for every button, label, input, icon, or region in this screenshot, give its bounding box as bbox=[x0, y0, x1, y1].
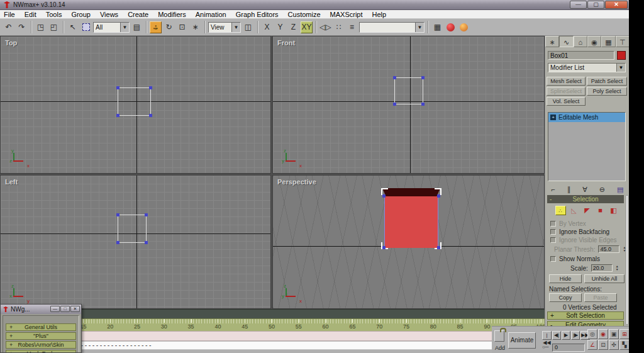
vertex-dot[interactable] bbox=[382, 194, 386, 198]
region-zoom-icon[interactable]: ⊡ bbox=[598, 340, 608, 350]
track-view-icon[interactable]: ▦ bbox=[431, 21, 443, 33]
vertex-dot[interactable] bbox=[393, 76, 396, 79]
show-normals-checkbox-row[interactable]: Show Normals bbox=[550, 255, 600, 262]
mesh-select-button[interactable]: Mesh Select bbox=[547, 77, 586, 86]
vertex-dot[interactable] bbox=[116, 213, 119, 216]
tab-display-icon[interactable]: ▦ bbox=[601, 36, 615, 47]
selection-rollout-header[interactable]: - Selection bbox=[547, 195, 624, 203]
restrict-y-button[interactable]: Y bbox=[274, 21, 286, 33]
make-unique-icon[interactable]: ∀ bbox=[582, 186, 587, 194]
undo-icon[interactable]: ↶ bbox=[3, 21, 14, 33]
subobject-face-icon[interactable]: ◤ bbox=[582, 206, 592, 215]
vertex-dot[interactable] bbox=[149, 86, 152, 89]
menu-graph-editors[interactable]: Graph Editors bbox=[236, 11, 279, 18]
vertex-dot[interactable] bbox=[437, 194, 440, 198]
select-and-scale-icon[interactable]: ⊡ bbox=[176, 21, 188, 33]
command-panel-scrollbar[interactable] bbox=[626, 195, 628, 325]
scale-field[interactable]: 20.0 bbox=[591, 264, 613, 272]
select-and-rotate-icon[interactable]: ↻ bbox=[163, 21, 175, 33]
current-frame-field[interactable]: 0 bbox=[552, 344, 585, 352]
align-icon[interactable]: ≡ bbox=[346, 21, 358, 33]
vertex-dot[interactable] bbox=[116, 241, 119, 244]
vertex-dot[interactable] bbox=[382, 246, 386, 249]
pin-stack-icon[interactable]: ⌐ bbox=[551, 186, 555, 193]
unlink-selection-icon[interactable]: ◰ bbox=[48, 21, 60, 33]
zoom-extents-icon[interactable]: ▣ bbox=[609, 329, 619, 339]
spinner-icon[interactable]: ▲▼ bbox=[616, 265, 619, 271]
select-and-move-icon[interactable]: ↔↕ bbox=[150, 21, 162, 33]
redo-icon[interactable]: ↷ bbox=[16, 21, 28, 33]
normals-scale-row[interactable]: Scale: 20.0 ▲▼ bbox=[570, 264, 619, 272]
mirror-icon[interactable]: ◁▷ bbox=[319, 21, 331, 33]
select-and-link-icon[interactable]: ◳ bbox=[35, 21, 47, 33]
vertex-dot[interactable] bbox=[149, 114, 152, 117]
close-button[interactable]: ✕ bbox=[605, 1, 628, 9]
nwgmax-window[interactable]: NWg... — □ ✕ +General Utils+"Plus"+Robes… bbox=[0, 304, 82, 353]
tab-modify-icon[interactable]: ∿ bbox=[559, 36, 573, 47]
nwgmax-maximize-button[interactable]: □ bbox=[60, 306, 70, 312]
box-shaded[interactable] bbox=[381, 188, 441, 249]
nwgmax-minimize-button[interactable]: — bbox=[50, 306, 60, 312]
menu-edit[interactable]: Edit bbox=[25, 11, 36, 18]
menu-group[interactable]: Group bbox=[71, 11, 91, 18]
render-scene-icon[interactable] bbox=[445, 21, 457, 33]
vertex-dot[interactable] bbox=[437, 246, 440, 249]
modifier-stack[interactable]: +Editable Mesh bbox=[548, 112, 626, 181]
object-color-swatch[interactable] bbox=[617, 51, 626, 60]
restrict-x-button[interactable]: X bbox=[261, 21, 273, 33]
nwgmax-rollout-robes-armor-skin[interactable]: +Robes\Armor\Skin bbox=[6, 341, 76, 349]
box-wireframe[interactable] bbox=[394, 77, 423, 104]
expand-icon[interactable]: + bbox=[550, 312, 554, 319]
nwgmax-rollout-mesh-tools[interactable]: +Mesh Tools bbox=[6, 350, 76, 353]
poly-select-button[interactable]: Poly Select bbox=[587, 87, 627, 96]
expand-icon[interactable]: + bbox=[550, 115, 556, 120]
ignore-backfacing-checkbox-row[interactable]: Ignore Backfacing bbox=[550, 228, 609, 235]
vertex-dot[interactable] bbox=[145, 241, 148, 244]
checkbox[interactable] bbox=[550, 256, 556, 262]
box-wireframe[interactable] bbox=[118, 87, 151, 116]
selection-filter-dropdown[interactable]: All ▼ bbox=[93, 22, 130, 33]
show-end-result-icon[interactable]: ∥ bbox=[567, 186, 571, 194]
remove-modifier-icon[interactable]: ⊖ bbox=[599, 186, 605, 194]
edit-geometry-rollout-header[interactable]: - Edit Geometry bbox=[547, 321, 624, 326]
zoom-extents-all-icon[interactable]: ⊞ bbox=[619, 329, 629, 339]
menu-modifiers[interactable]: Modifiers bbox=[158, 11, 186, 18]
collapse-icon[interactable]: - bbox=[550, 322, 552, 326]
vol-select-button[interactable]: Vol. Select bbox=[547, 97, 586, 106]
soft-selection-rollout-header[interactable]: + Soft Selection bbox=[547, 311, 624, 320]
viewport-left[interactable]: Left z y x bbox=[0, 175, 271, 309]
select-and-manipulate-icon[interactable]: ∗ bbox=[189, 21, 201, 33]
subobject-vertex-icon[interactable]: ∴ bbox=[555, 206, 566, 215]
pan-icon[interactable]: ✣ bbox=[609, 340, 619, 350]
play-animation-icon[interactable]: ▶ bbox=[562, 331, 570, 340]
nwgmax-rollout--plus-[interactable]: +"Plus" bbox=[6, 332, 76, 340]
field-of-view-icon[interactable]: ∠ bbox=[587, 340, 597, 350]
zoom-all-icon[interactable]: ◉ bbox=[598, 329, 608, 339]
key-mode-icon[interactable]: ○─ bbox=[542, 344, 550, 350]
selection-lock-icon[interactable] bbox=[494, 330, 504, 342]
maximize-button[interactable]: ▢ bbox=[587, 1, 604, 9]
restrict-xy-plane-button[interactable]: XY bbox=[301, 21, 313, 33]
viewport-front[interactable]: Front z x y bbox=[272, 36, 545, 174]
vertex-dot[interactable] bbox=[421, 76, 425, 79]
expand-icon[interactable]: + bbox=[9, 333, 13, 339]
reference-coordinate-dropdown[interactable]: View ▼ bbox=[208, 22, 241, 33]
tab-create-icon[interactable]: ∗ bbox=[545, 36, 559, 47]
vertex-dot[interactable] bbox=[116, 114, 119, 117]
tab-utilities-icon[interactable]: ⊤ bbox=[616, 36, 629, 47]
vertex-dot[interactable] bbox=[145, 213, 148, 216]
vertex-dot[interactable] bbox=[116, 86, 119, 89]
unhide-all-button[interactable]: Unhide All bbox=[584, 274, 625, 283]
restrict-z-button[interactable]: Z bbox=[287, 21, 299, 33]
animate-button[interactable]: Animate bbox=[508, 332, 536, 349]
checkbox[interactable] bbox=[550, 229, 556, 235]
hide-button[interactable]: Hide bbox=[549, 274, 582, 283]
select-by-name-icon[interactable]: ▤ bbox=[131, 21, 143, 33]
tab-motion-icon[interactable]: ◉ bbox=[587, 36, 601, 47]
zoom-icon[interactable]: ◎ bbox=[587, 329, 597, 339]
arc-rotate-min-max-icon[interactable]: ▚ bbox=[619, 340, 629, 350]
viewport-perspective[interactable]: Perspective z x y bbox=[272, 175, 545, 309]
object-name-field[interactable]: Box01 bbox=[548, 51, 614, 60]
subobject-polygon-icon[interactable]: ■ bbox=[595, 206, 606, 215]
menu-maxscript[interactable]: MAXScript bbox=[330, 11, 363, 18]
